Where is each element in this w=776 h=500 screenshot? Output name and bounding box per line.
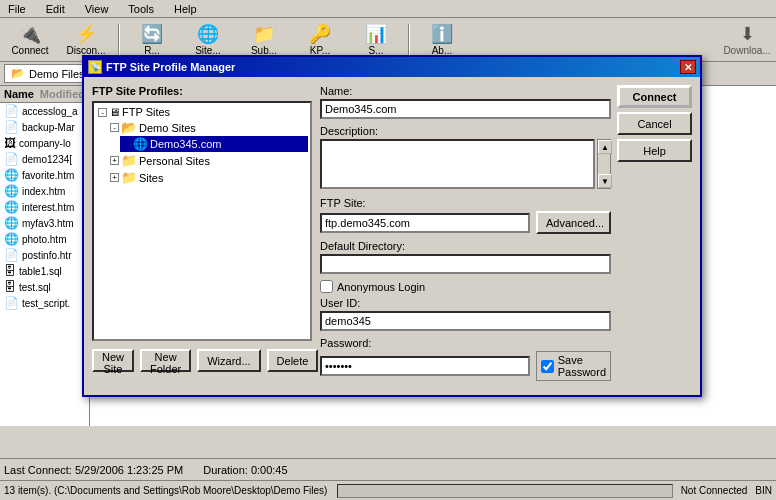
default-dir-label: Default Directory: [320,240,611,252]
user-id-group: User ID: [320,297,611,331]
dialog-action-buttons: Connect Cancel Help [617,85,692,387]
demo345-icon: 🌐 [133,137,148,151]
scroll-down-arrow[interactable]: ▼ [598,174,612,188]
ftp-site-input[interactable] [320,213,530,233]
description-scrollbar[interactable]: ▲ ▼ [597,139,611,189]
ftp-site-row: Advanced... [320,211,611,234]
tree-demo345[interactable]: 🌐 Demo345.com [120,136,308,152]
ftp-site-group: FTP Site: Advanced... [320,197,611,234]
name-input[interactable] [320,99,611,119]
save-password-label: SavePassword [558,354,606,378]
description-label: Description: [320,125,611,137]
dialog-bottom-buttons: New Site New Folder Wizard... Delete [92,349,312,372]
dialog-title: FTP Site Profile Manager [106,61,235,73]
tree-expand-demo[interactable]: - [110,123,119,132]
modal-overlay: 📡 FTP Site Profile Manager ✕ FTP Site Pr… [0,0,776,500]
new-folder-button[interactable]: New Folder [140,349,191,372]
default-dir-input[interactable] [320,254,611,274]
tree-personal-sites[interactable]: + 📁 Personal Sites [108,152,308,169]
advanced-button[interactable]: Advanced... [536,211,611,234]
tree-demo-sites[interactable]: - 📂 Demo Sites [108,119,308,136]
personal-sites-folder-icon: 📁 [121,153,137,168]
title-left: 📡 FTP Site Profile Manager [88,60,235,74]
tree-expand-personal[interactable]: + [110,156,119,165]
help-button[interactable]: Help [617,139,692,162]
sites-folder-icon: 📁 [121,170,137,185]
connect-button[interactable]: Connect [617,85,692,108]
main-window: File Edit View Tools Help 🔌 Connect ⚡ Di… [0,0,776,500]
dialog-titlebar: 📡 FTP Site Profile Manager ✕ [84,57,700,77]
tree-root-ftp-sites[interactable]: - 🖥 FTP Sites [96,105,308,119]
anonymous-login-row: Anonymous Login [320,280,611,293]
dialog-left-panel: FTP Site Profiles: - 🖥 FTP Sites - 📂 D [92,85,312,387]
name-label: Name: [320,85,611,97]
tree-expand-sites[interactable]: + [110,173,119,182]
delete-button[interactable]: Delete [267,349,319,372]
dialog-app-icon: 📡 [88,60,102,74]
user-id-label: User ID: [320,297,611,309]
new-site-button[interactable]: New Site [92,349,134,372]
password-label: Password: [320,337,611,349]
anonymous-login-label: Anonymous Login [337,281,425,293]
description-wrapper: ▲ ▼ [320,139,611,191]
demo-sites-folder-icon: 📂 [121,120,137,135]
ftp-site-label: FTP Site: [320,197,611,209]
tree-demo345-label: Demo345.com [150,138,222,150]
cancel-button[interactable]: Cancel [617,112,692,135]
dialog-body: FTP Site Profiles: - 🖥 FTP Sites - 📂 D [84,77,700,395]
save-password-area: SavePassword [536,351,611,381]
tree-sites[interactable]: + 📁 Sites [108,169,308,186]
wizard-button[interactable]: Wizard... [197,349,260,372]
site-profiles-tree[interactable]: - 🖥 FTP Sites - 📂 Demo Sites [92,101,312,341]
tree-section-label: FTP Site Profiles: [92,85,312,97]
default-dir-group: Default Directory: [320,240,611,274]
password-group: Password: SavePassword [320,337,611,381]
tree-root-label: FTP Sites [122,106,170,118]
description-input[interactable] [320,139,595,189]
tree-expand-root[interactable]: - [98,108,107,117]
password-input[interactable] [320,356,530,376]
anonymous-login-checkbox[interactable] [320,280,333,293]
dialog-close-button[interactable]: ✕ [680,60,696,74]
name-group: Name: [320,85,611,119]
ftp-sites-icon: 🖥 [109,106,120,118]
tree-demo-sites-label: Demo Sites [139,122,196,134]
tree-personal-sites-label: Personal Sites [139,155,210,167]
description-group: Description: ▲ ▼ [320,125,611,191]
dialog-form: Name: Description: ▲ ▼ [320,85,611,387]
tree-sites-label: Sites [139,172,163,184]
user-id-input[interactable] [320,311,611,331]
ftp-profile-manager-dialog: 📡 FTP Site Profile Manager ✕ FTP Site Pr… [82,55,702,397]
scroll-up-arrow[interactable]: ▲ [598,140,612,154]
save-password-checkbox[interactable] [541,360,554,373]
dialog-right-area: Name: Description: ▲ ▼ [320,85,692,387]
password-row: SavePassword [320,351,611,381]
